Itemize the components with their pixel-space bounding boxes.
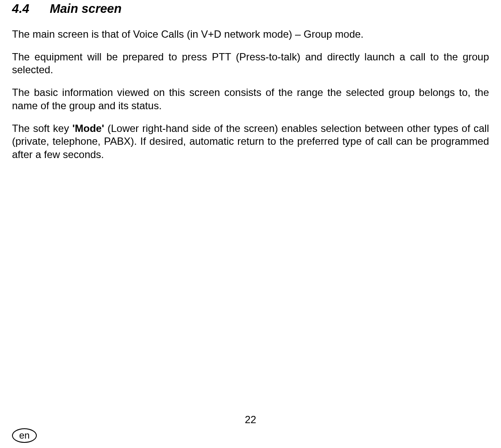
- paragraph-3: The basic information viewed on this scr…: [12, 86, 489, 112]
- mode-keyword: 'Mode': [72, 122, 104, 134]
- paragraph-4-text-a: The soft key: [12, 122, 72, 134]
- language-badge: en: [12, 428, 37, 443]
- section-heading: 4.4Main screen: [12, 2, 489, 16]
- section-title: Main screen: [50, 2, 122, 15]
- paragraph-2: The equipment will be prepared to press …: [12, 51, 489, 77]
- paragraph-4: The soft key 'Mode' (Lower right-hand si…: [12, 122, 489, 161]
- page-number: 22: [0, 414, 501, 426]
- paragraph-1: The main screen is that of Voice Calls (…: [12, 28, 489, 41]
- section-number: 4.4: [12, 2, 29, 16]
